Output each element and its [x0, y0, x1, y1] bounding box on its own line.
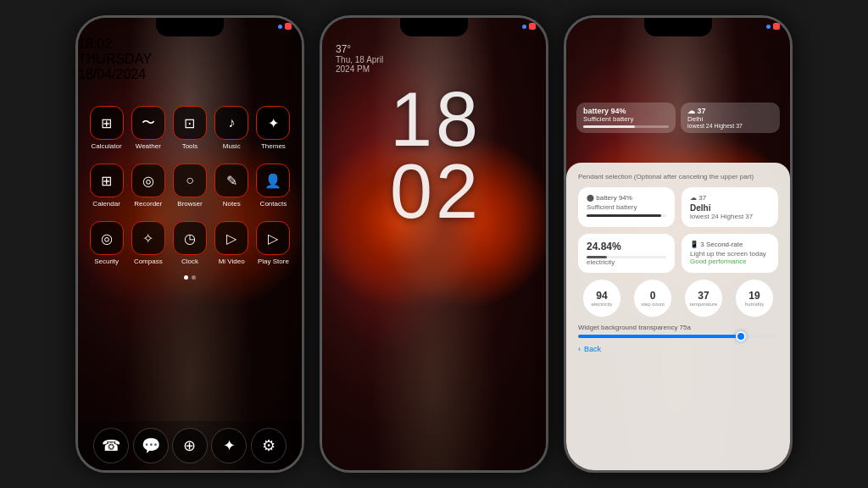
app-grid-row2: ⊞Calendar ◎Recorder ○Browser ✎Notes 👤Con… [78, 157, 302, 214]
battery-widget-top: battery 94% Sufficient battery [576, 103, 676, 133]
status-icons [522, 23, 536, 30]
app-icon-mi-video: ▷ [214, 221, 248, 255]
day-label: THURSDAY [78, 52, 302, 67]
mini2-num: 0 [650, 290, 656, 302]
app-recorder[interactable]: ◎Recorder [130, 164, 166, 208]
app-icon-weather: 〜 [131, 106, 165, 140]
app-themes[interactable]: ✦Themes [255, 106, 292, 150]
weather-widget-top: ☁ 37 Delhi lowest 24 Highest 37 [681, 103, 780, 133]
lock-digits: 1 8 0 2 [390, 86, 478, 226]
lock-year: 2024 PM [336, 64, 370, 74]
digit-2: 2 [436, 158, 478, 226]
digit-8: 8 [436, 86, 478, 154]
app-icon-compass: ✧ [131, 221, 165, 255]
electricity-card[interactable]: 24.84% electricity [578, 234, 675, 273]
status-icons [278, 23, 292, 30]
back-chevron-icon: ‹ [578, 345, 581, 353]
app-icon-browser: ○ [173, 164, 207, 197]
app-browser[interactable]: ○Browser [171, 164, 208, 208]
panel-title: Pendant selection (Optional after cancel… [578, 173, 778, 180]
card3-pct: 24.84% [587, 241, 666, 252]
mini2-lbl: step count [641, 302, 665, 307]
notch [644, 18, 712, 36]
lock-top-info: 37° Thu, 18 April 2024 PM [322, 43, 546, 74]
card3-sub: electricity [587, 258, 666, 266]
mini1-num: 94 [596, 290, 607, 302]
app-icon-calendar: ⊞ [90, 164, 124, 197]
weather-temp-top: ☁ 37 [687, 107, 773, 115]
app-mi-video[interactable]: ▷Mi Video [214, 221, 250, 265]
app-play-store[interactable]: ▷Play Store [255, 221, 292, 265]
widget-row-2: 24.84% electricity 📱 3 Second-rate Light… [578, 234, 778, 273]
phone-widget: Thu, 18 April PM 18:02 battery 94% Suffi… [564, 15, 793, 473]
card1-sub: Sufficient battery [587, 203, 666, 211]
app-icon-security: ◎ [90, 221, 124, 255]
back-label: Back [584, 345, 601, 353]
battery-title-top: battery 94% [583, 107, 669, 115]
card2-city: Delhi [690, 203, 770, 213]
app-grid-row3: ◎Security ✧Compass ◷Clock ▷Mi Video ▷Pla… [78, 214, 302, 272]
digit-0: 0 [390, 158, 432, 226]
mini3-lbl: temperature [690, 302, 717, 307]
app-icon-themes: ✦ [256, 106, 290, 140]
dock: ☎ 💬 ⊕ ✦ ⚙ [78, 421, 302, 470]
mini-widgets: 94 electricity 0 step count 37 temperatu… [578, 280, 778, 317]
app-calendar[interactable]: ⊞Calendar [88, 164, 125, 208]
mini-temp[interactable]: 37 temperature [685, 280, 722, 317]
screen-rate-card[interactable]: 📱 3 Second-rate Light up the screen toda… [682, 234, 778, 273]
dot-active [184, 275, 188, 280]
weather-city-top: Delhi [687, 115, 773, 123]
dock-share[interactable]: ✦ [211, 428, 247, 463]
weather-temp: 37° [336, 43, 351, 55]
battery-progress [583, 125, 635, 128]
card4-sub: Light up the screen today [690, 250, 770, 258]
app-icon-play-store: ▷ [256, 221, 290, 255]
app-tools[interactable]: ⊡Tools [171, 106, 208, 150]
battery-sub-top: Sufficient battery [583, 115, 669, 123]
card4-perf: Good performance [690, 258, 770, 265]
app-icon-tools: ⊡ [173, 106, 207, 140]
page-indicator [78, 272, 302, 283]
lock-time: 1 8 0 2 [322, 86, 546, 226]
dock-messages[interactable]: 💬 [133, 428, 169, 463]
home-screen: 18:02 THURSDAY 18/04/2024 ⊞Calculator 〜W… [78, 18, 302, 470]
dock-add[interactable]: ⊕ [172, 428, 208, 463]
app-clock[interactable]: ◷Clock [171, 221, 208, 265]
app-music[interactable]: ♪Music [214, 106, 250, 150]
transparency-slider[interactable] [578, 335, 778, 338]
back-button[interactable]: ‹ Back [578, 345, 778, 353]
dot-inactive [192, 275, 196, 280]
dock-phone[interactable]: ☎ [93, 428, 129, 463]
mini1-lbl: electricity [591, 302, 612, 307]
card1-title: battery 94% [596, 194, 632, 202]
mini-electricity[interactable]: 94 electricity [583, 280, 620, 317]
app-weather[interactable]: 〜Weather [130, 106, 166, 150]
transparency-label: Widget background transparency 75a [578, 324, 778, 331]
slider-thumb[interactable] [736, 331, 746, 341]
dock-settings[interactable]: ⚙ [251, 428, 287, 463]
mini4-lbl: humidity [745, 302, 764, 307]
app-icon-notes: ✎ [214, 164, 248, 197]
phone-lock: 37° Thu, 18 April 2024 PM 1 8 0 2 [320, 15, 548, 473]
slider-fill [578, 335, 738, 338]
app-icon-clock: ◷ [173, 221, 207, 255]
lock-date: Thu, 18 April [336, 55, 383, 64]
battery-card[interactable]: ⬤ battery 94% Sufficient battery [578, 187, 675, 227]
app-contacts[interactable]: 👤Contacts [255, 164, 292, 208]
mini-steps[interactable]: 0 step count [634, 280, 671, 317]
time-block: 18:02 THURSDAY 18/04/2024 [78, 36, 302, 82]
app-notes[interactable]: ✎Notes [214, 164, 250, 208]
mini4-num: 19 [748, 290, 760, 302]
transparency-row: Widget background transparency 75a [578, 324, 778, 338]
card4-rate: 3 Second-rate [700, 241, 743, 248]
app-grid-row1: ⊞Calculator 〜Weather ⊡Tools ♪Music ✦Them… [78, 99, 302, 157]
app-icon-music: ♪ [214, 106, 248, 140]
weather-card[interactable]: ☁ 37 Delhi lowest 24 Highest 37 [682, 187, 778, 227]
notch [400, 18, 468, 36]
app-calculator[interactable]: ⊞Calculator [88, 106, 125, 150]
app-compass[interactable]: ✧Compass [130, 221, 166, 265]
app-security[interactable]: ◎Security [88, 221, 125, 265]
mini-humidity[interactable]: 19 humidity [736, 280, 773, 317]
status-icons [766, 23, 780, 30]
phone-home: 18:02 THURSDAY 18/04/2024 ⊞Calculator 〜W… [75, 15, 304, 473]
